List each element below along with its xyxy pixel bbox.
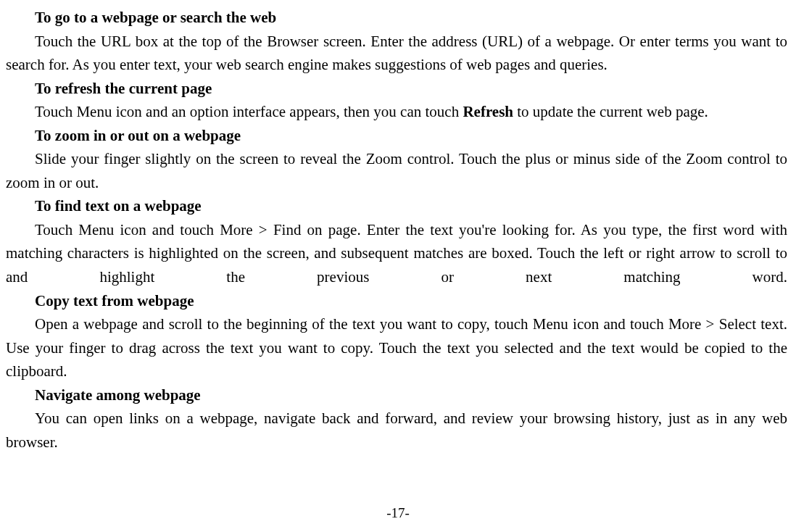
heading-find-text: To find text on a webpage	[6, 194, 787, 218]
body-refresh-post: to update the current web page.	[513, 103, 708, 120]
document-body: To go to a webpage or search the web Tou…	[6, 6, 787, 454]
body-copy-text: Open a webpage and scroll to the beginni…	[6, 312, 787, 383]
body-refresh: Touch Menu icon and an option interface …	[6, 100, 787, 124]
heading-zoom: To zoom in or out on a webpage	[6, 124, 787, 148]
heading-refresh: To refresh the current page	[6, 77, 787, 101]
page-number: -17-	[0, 502, 796, 523]
body-navigate: You can open links on a webpage, navigat…	[6, 407, 787, 454]
heading-copy-text: Copy text from webpage	[6, 289, 787, 313]
body-go-to-webpage: Touch the URL box at the top of the Brow…	[6, 30, 787, 77]
body-refresh-pre: Touch Menu icon and an option interface …	[35, 103, 463, 120]
body-zoom: Slide your finger slightly on the screen…	[6, 147, 787, 194]
body-find-text: Touch Menu icon and touch More > Find on…	[6, 218, 787, 289]
heading-navigate: Navigate among webpage	[6, 383, 787, 407]
heading-go-to-webpage: To go to a webpage or search the web	[6, 6, 787, 30]
refresh-bold: Refresh	[463, 103, 513, 120]
